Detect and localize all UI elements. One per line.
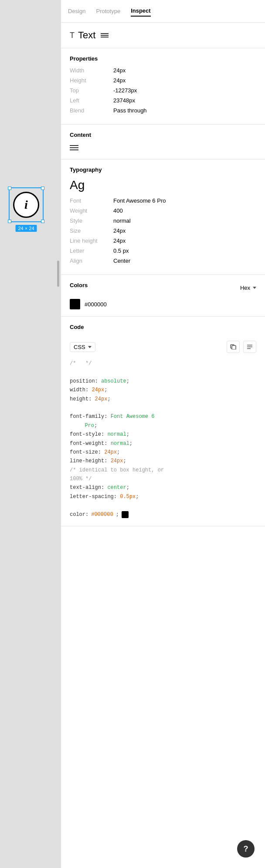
code-line-letter-spacing: letter-spacing: 0.5px; bbox=[70, 492, 256, 501]
code-line-identical-comment: /* identical to box height, or bbox=[70, 466, 256, 475]
prop-size-label: Size bbox=[70, 227, 113, 234]
hex-label: Hex bbox=[240, 285, 250, 291]
prop-left-value: 23748px bbox=[113, 97, 256, 104]
prop-letter: Letter 0.5 px bbox=[70, 248, 256, 254]
prop-size: Size 24px bbox=[70, 227, 256, 234]
prop-font-label: Font bbox=[70, 197, 113, 204]
code-line-width: width: 24px; bbox=[70, 386, 256, 394]
content-lines-icon bbox=[70, 143, 256, 152]
hex-chevron-icon bbox=[253, 287, 256, 289]
code-line-font-family: font-family: Font Awesome 6 bbox=[70, 412, 256, 421]
info-icon: i bbox=[13, 192, 39, 218]
code-title: Code bbox=[70, 324, 84, 330]
code-block: /* */ position: absolute; width: 24px; h… bbox=[70, 359, 256, 519]
color-swatch-1[interactable] bbox=[70, 299, 80, 309]
tab-design[interactable]: Design bbox=[68, 6, 85, 16]
typography-title: Typography bbox=[70, 166, 256, 173]
text-type-icon: T bbox=[70, 31, 75, 40]
text-line-2 bbox=[101, 35, 109, 36]
expand-code-button[interactable] bbox=[243, 341, 256, 353]
code-line-position: position: absolute; bbox=[70, 377, 256, 386]
prop-letter-value: 0.5 px bbox=[113, 248, 256, 254]
canvas-element-wrapper: i 24 × 24 bbox=[9, 187, 44, 222]
svg-rect-1 bbox=[232, 346, 236, 349]
help-button[interactable]: ? bbox=[237, 840, 255, 858]
code-line-font-family-2: Pro; bbox=[70, 421, 256, 430]
prop-blend-value: Pass through bbox=[113, 107, 256, 114]
text-header-label: Text bbox=[78, 30, 95, 41]
inspect-panel: Design Prototype Inspect T Text Properti… bbox=[61, 0, 265, 868]
prop-height-value: 24px bbox=[113, 77, 256, 84]
prop-top: Top -12273px bbox=[70, 87, 256, 94]
prop-style-label: Style bbox=[70, 217, 113, 224]
hex-dropdown[interactable]: Hex bbox=[240, 285, 256, 291]
code-line-identical-comment-2: 100% */ bbox=[70, 475, 256, 483]
text-header-section: T Text bbox=[61, 23, 265, 48]
code-line-text-align: text-align: center; bbox=[70, 483, 256, 492]
tab-inspect[interactable]: Inspect bbox=[131, 6, 151, 17]
prop-align-label: Align bbox=[70, 258, 113, 264]
copy-icon bbox=[230, 344, 236, 349]
handle-bottom-right[interactable] bbox=[41, 220, 44, 223]
text-line-1 bbox=[101, 33, 109, 34]
handle-bottom-left[interactable] bbox=[8, 220, 11, 223]
code-header: Code bbox=[70, 324, 256, 336]
typography-section: Typography Ag Font Font Awesome 6 Pro We… bbox=[61, 159, 265, 275]
code-line-font-weight: font-weight: normal; bbox=[70, 439, 256, 448]
properties-title: Properties bbox=[70, 55, 256, 62]
prop-line-height: Line height 24px bbox=[70, 237, 256, 244]
content-section: Content bbox=[61, 125, 265, 159]
prop-blend: Blend Pass through bbox=[70, 107, 256, 114]
prop-top-value: -12273px bbox=[113, 87, 256, 94]
colors-section: Colors Hex #000000 bbox=[61, 275, 265, 317]
prop-weight-label: Weight bbox=[70, 207, 113, 214]
color-chip-code bbox=[122, 511, 129, 518]
properties-section: Properties Width 24px Height 24px Top -1… bbox=[61, 48, 265, 125]
content-title: Content bbox=[70, 132, 256, 138]
code-line-line-height: line-height: 24px; bbox=[70, 457, 256, 465]
code-line-height: height: 24px; bbox=[70, 395, 256, 403]
prop-width-label: Width bbox=[70, 67, 113, 74]
copy-code-button[interactable] bbox=[227, 341, 240, 353]
handle-top-left[interactable] bbox=[8, 186, 11, 190]
prop-font-value: Font Awesome 6 Pro bbox=[113, 197, 256, 204]
expand-icon bbox=[247, 344, 253, 349]
prop-align: Align Center bbox=[70, 258, 256, 264]
prop-line-height-value: 24px bbox=[113, 237, 256, 244]
prop-width: Width 24px bbox=[70, 67, 256, 74]
prop-style: Style normal bbox=[70, 217, 256, 224]
prop-style-value: normal bbox=[113, 217, 256, 224]
css-language-label: CSS bbox=[74, 344, 85, 350]
code-line-color: color: #000000; bbox=[70, 510, 256, 519]
prop-left: Left 23748px bbox=[70, 97, 256, 104]
colors-header: Colors Hex bbox=[70, 282, 256, 294]
prop-letter-label: Letter bbox=[70, 248, 113, 254]
scrollbar[interactable] bbox=[57, 261, 59, 287]
prop-line-height-label: Line height bbox=[70, 237, 113, 244]
prop-size-value: 24px bbox=[113, 227, 256, 234]
tab-prototype[interactable]: Prototype bbox=[96, 6, 120, 16]
code-line-font-size: font-size: 24px; bbox=[70, 448, 256, 457]
text-line-3 bbox=[101, 37, 109, 37]
prop-blend-label: Blend bbox=[70, 107, 113, 114]
color-value-1: #000000 bbox=[85, 301, 107, 308]
handle-top-right[interactable] bbox=[41, 186, 44, 190]
prop-weight-value: 400 bbox=[113, 207, 256, 214]
prop-font: Font Font Awesome 6 Pro bbox=[70, 197, 256, 204]
prop-height: Height 24px bbox=[70, 77, 256, 84]
colors-title: Colors bbox=[70, 282, 88, 288]
code-section: Code CSS bbox=[61, 317, 265, 526]
code-line-font-style: font-style: normal; bbox=[70, 430, 256, 439]
content-line-1 bbox=[70, 145, 78, 146]
text-lines-icon bbox=[101, 33, 109, 37]
dimension-label: 24 × 24 bbox=[15, 225, 37, 232]
prop-height-label: Height bbox=[70, 77, 113, 84]
prop-align-value: Center bbox=[113, 258, 256, 264]
code-actions bbox=[227, 341, 256, 353]
typography-sample: Ag bbox=[70, 178, 256, 192]
css-chevron-icon bbox=[88, 346, 92, 348]
code-line-comment: /* */ bbox=[70, 359, 256, 368]
css-language-dropdown[interactable]: CSS bbox=[70, 342, 95, 352]
prop-top-label: Top bbox=[70, 87, 113, 94]
canvas-area: i 24 × 24 bbox=[0, 0, 61, 868]
